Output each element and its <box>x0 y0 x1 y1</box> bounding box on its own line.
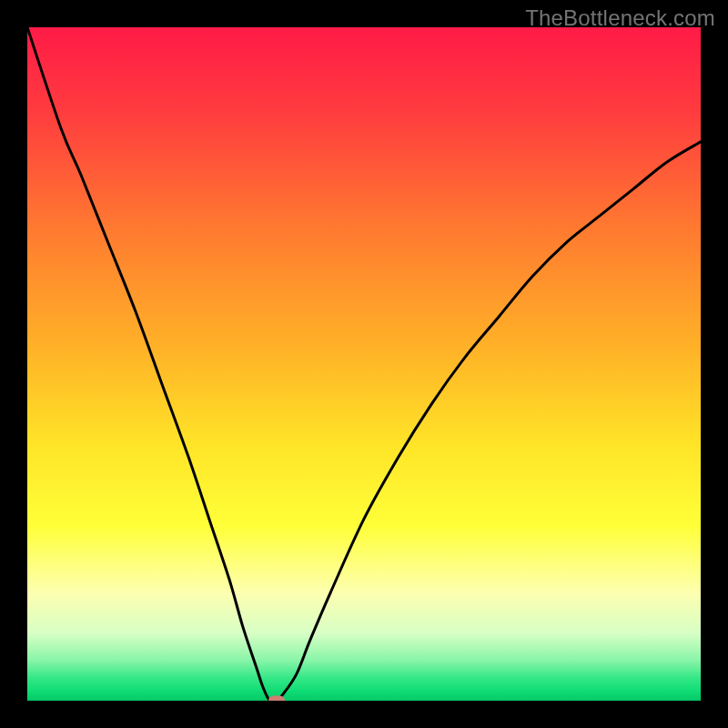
chart-frame: TheBottleneck.com <box>0 0 728 728</box>
plot-area <box>27 27 701 701</box>
watermark-label: TheBottleneck.com <box>525 5 715 31</box>
optimal-point-marker <box>268 696 285 702</box>
bottleneck-curve <box>27 27 701 701</box>
